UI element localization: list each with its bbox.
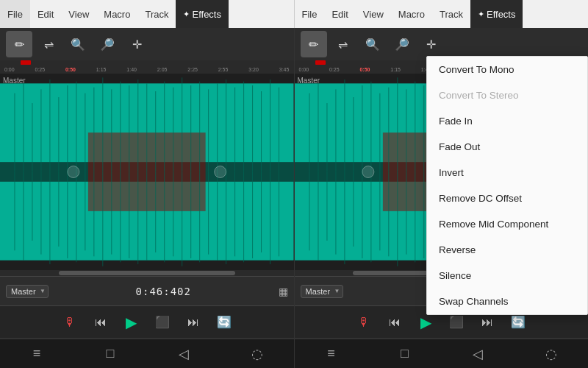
sys-back-left[interactable]: ◁ bbox=[168, 339, 200, 369]
svg-point-134 bbox=[362, 166, 373, 178]
menu-effects-left[interactable]: ✦Effects bbox=[176, 0, 229, 28]
tl-label-r-active: 0:50 bbox=[359, 67, 370, 72]
trim-tool-left[interactable]: ⇌ bbox=[35, 31, 62, 57]
left-scrollbar[interactable] bbox=[0, 270, 294, 276]
tl-label-active: 0:50 bbox=[65, 67, 76, 72]
sys-menu-left[interactable]: ≡ bbox=[21, 339, 53, 369]
crosshair-tool-right[interactable]: ✛ bbox=[418, 31, 445, 57]
menu-effects-right[interactable]: ✦Effects bbox=[470, 0, 523, 28]
dropdown-fade-out[interactable]: Fade Out bbox=[427, 134, 587, 160]
tl-label: 0:00 bbox=[4, 67, 15, 72]
left-transport-bar: 🎙 ⏮ ▶ ⬛ ⏭ 🔄 bbox=[0, 305, 294, 338]
left-waveform-btn[interactable]: ▦ bbox=[279, 286, 288, 297]
playhead-right bbox=[315, 60, 326, 65]
menu-file-right[interactable]: File bbox=[295, 0, 325, 28]
record-btn-right[interactable]: 🎙 bbox=[352, 311, 376, 334]
left-track-select[interactable]: Master bbox=[6, 285, 49, 298]
left-menu-panel: File Edit View Macro Track ✦Effects bbox=[0, 0, 295, 28]
left-timeline: 0:00 0:25 0:50 1:15 1:40 2:05 2:25 2:55 … bbox=[0, 60, 294, 74]
playhead-left bbox=[21, 60, 31, 65]
sys-square-right[interactable]: □ bbox=[388, 339, 420, 369]
left-scrollbar-thumb[interactable] bbox=[59, 271, 235, 275]
menu-view-left[interactable]: View bbox=[61, 0, 96, 28]
left-system-bar: ≡ □ ◁ ◌ bbox=[0, 339, 295, 368]
right-panel-wrap: ✏ ⇌ 🔍 🔎 ✛ 0:00 0:25 0:50 1:15 1:40 2:05 … bbox=[295, 28, 589, 338]
tl-label: 3:45 bbox=[279, 67, 290, 72]
menu-track-left[interactable]: Track bbox=[137, 0, 176, 28]
left-bottom-bar: Master ▼ 0:46:402 ▦ bbox=[0, 276, 294, 305]
pencil-tool-left[interactable]: ✏ bbox=[6, 31, 32, 57]
dropdown-reverse[interactable]: Reverse bbox=[427, 237, 587, 263]
svg-point-66 bbox=[68, 166, 79, 178]
menu-macro-right[interactable]: Macro bbox=[391, 0, 432, 28]
tl-label: 0:25 bbox=[35, 67, 45, 72]
tl-label: 2:55 bbox=[218, 67, 229, 72]
sys-back-right[interactable]: ◁ bbox=[462, 339, 494, 369]
dropdown-remove-mid-component[interactable]: Remove Mid Component bbox=[427, 211, 587, 237]
tl-label: 3:20 bbox=[248, 67, 259, 72]
stop-btn-left[interactable]: ⬛ bbox=[151, 311, 174, 334]
effects-icon-right: ✦ bbox=[478, 10, 484, 19]
left-waveform-svg bbox=[0, 74, 294, 270]
left-track-panel: ✏ ⇌ 🔍 🔎 ✛ 0:00 0:25 0:50 1:15 1:40 2:05 … bbox=[0, 28, 295, 338]
system-bars: ≡ □ ◁ ◌ ≡ □ ◁ ◌ bbox=[0, 338, 588, 368]
sys-menu-right[interactable]: ≡ bbox=[315, 339, 347, 369]
menu-track-right[interactable]: Track bbox=[432, 0, 470, 28]
zoom-in-tool-right[interactable]: 🔍 bbox=[359, 31, 386, 57]
tl-label-r: 0:25 bbox=[329, 67, 340, 72]
right-waveform-label: Master bbox=[298, 77, 320, 85]
dropdown-swap-channels[interactable]: Swap Channels bbox=[427, 289, 587, 314]
play-btn-left[interactable]: ▶ bbox=[120, 311, 143, 334]
tl-label: 2:05 bbox=[157, 67, 168, 72]
loop-btn-left[interactable]: 🔄 bbox=[212, 311, 236, 334]
skip-back-btn-left[interactable]: ⏮ bbox=[89, 311, 112, 334]
tl-label-r: 0:00 bbox=[299, 67, 309, 72]
menu-macro-left[interactable]: Macro bbox=[96, 0, 137, 28]
trim-tool-right[interactable]: ⇌ bbox=[330, 31, 356, 57]
left-waveform[interactable]: Master bbox=[0, 74, 294, 270]
skip-forward-btn-left[interactable]: ⏭ bbox=[182, 311, 205, 334]
right-menu-panel: File Edit View Macro Track ✦Effects bbox=[295, 0, 589, 28]
left-waveform-label: Master bbox=[3, 77, 26, 85]
sys-square-left[interactable]: □ bbox=[94, 339, 126, 369]
timeline-labels-left: 0:00 0:25 0:50 1:15 1:40 2:05 2:25 2:55 … bbox=[3, 63, 291, 72]
skip-back-btn-right[interactable]: ⏮ bbox=[383, 311, 406, 334]
right-track-select[interactable]: Master bbox=[301, 285, 343, 298]
tl-label: 1:40 bbox=[126, 67, 137, 72]
menu-edit-left[interactable]: Edit bbox=[30, 0, 61, 28]
right-track-select-wrap: Master ▼ bbox=[301, 285, 343, 298]
dropdown-convert-to-mono[interactable]: Convert To Mono bbox=[427, 57, 587, 82]
menu-edit-right[interactable]: Edit bbox=[324, 0, 355, 28]
zoom-out-tool-left[interactable]: 🔎 bbox=[94, 31, 121, 57]
left-track-select-wrap: Master ▼ bbox=[6, 285, 49, 298]
dropdown-fade-in[interactable]: Fade In bbox=[427, 108, 587, 134]
record-btn-left[interactable]: 🎙 bbox=[58, 311, 82, 334]
zoom-in-tool-left[interactable]: 🔍 bbox=[65, 31, 91, 57]
effects-icon-left: ✦ bbox=[183, 10, 190, 19]
dropdown-invert[interactable]: Invert bbox=[427, 160, 587, 185]
menu-file-left[interactable]: File bbox=[0, 0, 30, 28]
menu-view-right[interactable]: View bbox=[356, 0, 391, 28]
sys-person-right[interactable]: ◌ bbox=[535, 339, 567, 369]
pencil-tool-right[interactable]: ✏ bbox=[301, 31, 327, 57]
tl-label: 1:15 bbox=[96, 67, 107, 72]
dropdown-silence[interactable]: Silence bbox=[427, 263, 587, 289]
svg-point-67 bbox=[215, 166, 226, 178]
left-time-display: 0:46:402 bbox=[53, 286, 274, 297]
effects-dropdown-menu: Convert To Mono Convert To Stereo Fade I… bbox=[426, 56, 588, 315]
left-toolbar: ✏ ⇌ 🔍 🔎 ✛ bbox=[0, 28, 294, 60]
crosshair-tool-left[interactable]: ✛ bbox=[123, 31, 150, 57]
dropdown-convert-to-stereo: Convert To Stereo bbox=[427, 82, 587, 108]
zoom-out-tool-right[interactable]: 🔎 bbox=[389, 31, 415, 57]
right-system-bar: ≡ □ ◁ ◌ bbox=[295, 339, 589, 368]
sys-person-left[interactable]: ◌ bbox=[241, 339, 273, 369]
dropdown-remove-dc-offset[interactable]: Remove DC Offset bbox=[427, 185, 587, 211]
menu-bar: File Edit View Macro Track ✦Effects File… bbox=[0, 0, 588, 28]
tl-label-r: 1:15 bbox=[390, 67, 401, 72]
tl-label: 2:25 bbox=[187, 67, 198, 72]
main-content: ✏ ⇌ 🔍 🔎 ✛ 0:00 0:25 0:50 1:15 1:40 2:05 … bbox=[0, 28, 588, 338]
